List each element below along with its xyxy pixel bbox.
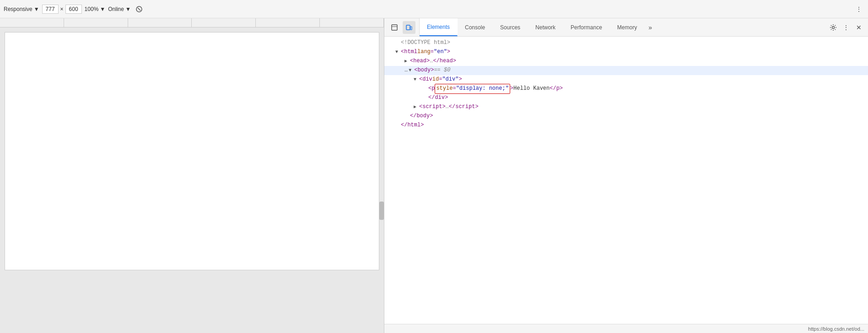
status-url: https://blog.csdn.net/od... [808, 326, 864, 332]
head-tag: <head> [410, 57, 430, 66]
status-bar: https://blog.csdn.net/od... [384, 324, 868, 333]
div-id-attr: id [432, 75, 439, 84]
responsive-dropdown-arrow: ▼ [34, 6, 39, 12]
script-close-tag: </script> [449, 103, 479, 111]
online-select[interactable]: Online ▼ [108, 6, 131, 12]
height-input[interactable]: 600 [65, 5, 82, 14]
body-dots: … [404, 66, 408, 75]
body-equals-dollar: == $0 [434, 66, 450, 75]
div-close-tag: </div> [428, 93, 448, 102]
ruler-mark-2 [64, 18, 128, 27]
viewport-content [5, 32, 379, 270]
toolbar-right: ⋮ [853, 4, 864, 15]
div-tag-bracket: > [458, 75, 462, 84]
top-toolbar: Responsive ▼ 777 × 600 100% ▼ Online ▼ ⋮ [0, 0, 868, 18]
p-tag-bracket: > [510, 84, 513, 93]
script-ellipsis: … [446, 103, 449, 111]
tab-console[interactable]: Console [458, 18, 493, 36]
ruler-top [0, 18, 384, 27]
body-tag: <body> [414, 66, 434, 75]
tab-network[interactable]: Network [528, 18, 563, 36]
svg-rect-2 [392, 25, 397, 30]
html-triangle[interactable] [395, 49, 400, 56]
ruler-mark-3 [128, 18, 192, 27]
no-throttle-icon[interactable] [134, 4, 145, 15]
head-ellipsis: … [430, 57, 433, 66]
ruler-mark-6 [320, 18, 384, 27]
svg-line-1 [138, 8, 140, 11]
viewport-area [0, 27, 384, 333]
div-tag-open: <div [419, 75, 432, 84]
main-layout: Elements Console Sources Network Perform… [0, 18, 868, 333]
online-label: Online [108, 6, 124, 12]
p-close-tag: </p> [550, 84, 563, 93]
responsive-select[interactable]: Responsive ▼ [4, 6, 39, 12]
head-close-tag: </head> [433, 57, 456, 66]
div-close-line[interactable]: </div> [384, 93, 868, 103]
svg-rect-4 [406, 25, 410, 30]
devtools-content: <!DOCTYPE html> <html lang = "en" > <hea… [384, 37, 868, 324]
width-input[interactable]: 777 [42, 5, 59, 14]
ruler-mark-1 [0, 18, 64, 27]
tab-memory[interactable]: Memory [610, 18, 645, 36]
svg-rect-5 [410, 27, 412, 30]
html-lang-attr: lang [417, 48, 431, 56]
html-close-tag: </html> [401, 121, 424, 130]
p-line[interactable]: <p style="display: none;" > Hello Kaven … [384, 84, 868, 93]
body-triangle[interactable] [409, 67, 413, 74]
head-triangle[interactable] [404, 58, 409, 65]
style-attr-value: "display: none;" [456, 85, 509, 92]
html-tag-close-bracket: > [447, 48, 450, 56]
html-tag-open: <html [401, 48, 417, 56]
more-options-icon[interactable]: ⋮ [853, 4, 864, 15]
div-open-line[interactable]: <div id = "div" > [384, 75, 868, 84]
scrollbar-right[interactable] [379, 202, 384, 220]
div-triangle[interactable] [414, 76, 418, 83]
device-mode-icon[interactable] [403, 21, 415, 34]
script-triangle[interactable] [414, 104, 418, 111]
html-close-line[interactable]: </html> [384, 121, 868, 130]
ruler-marks [0, 18, 384, 27]
toolbar-left: Responsive ▼ 777 × 600 100% ▼ Online ▼ [4, 4, 850, 15]
doctype-text: <!DOCTYPE html> [401, 38, 450, 47]
div-id-value: "div" [442, 75, 458, 84]
devtools-tab-list: Elements Console Sources Network Perform… [420, 18, 824, 36]
zoom-label: 100% [85, 6, 99, 12]
dim-separator: × [60, 6, 64, 12]
p-text-content: Hello Kaven [513, 84, 550, 93]
ruler-mark-5 [256, 18, 320, 27]
doctype-line[interactable]: <!DOCTYPE html> [384, 38, 868, 48]
inspect-element-icon[interactable] [388, 21, 401, 34]
devtools-tab-actions: ⋮ ✕ [824, 22, 868, 33]
ruler-mark-4 [192, 18, 256, 27]
browser-panel [0, 18, 384, 333]
style-attr-name: style [436, 85, 453, 92]
tab-sources[interactable]: Sources [493, 18, 528, 36]
settings-icon[interactable] [828, 22, 839, 33]
svg-point-6 [832, 26, 835, 28]
vertical-more-icon[interactable]: ⋮ [841, 22, 852, 33]
close-devtools-icon[interactable]: ✕ [853, 22, 864, 33]
devtools-panel: Elements Console Sources Network Perform… [384, 18, 868, 333]
body-line[interactable]: … <body> == $0 [384, 66, 868, 75]
body-close-tag: </body> [410, 112, 433, 120]
responsive-label: Responsive [4, 6, 32, 12]
head-line[interactable]: <head> … </head> [384, 57, 868, 66]
zoom-select[interactable]: 100% ▼ [85, 6, 106, 12]
zoom-dropdown-arrow: ▼ [100, 6, 105, 12]
online-dropdown-arrow: ▼ [125, 6, 131, 12]
more-tabs-button[interactable]: » [645, 18, 656, 36]
devtools-tab-icons [384, 18, 420, 36]
body-close-line[interactable]: </body> [384, 112, 868, 121]
tab-performance[interactable]: Performance [563, 18, 610, 36]
script-line[interactable]: <script> … </script> [384, 103, 868, 112]
tab-elements[interactable]: Elements [420, 18, 458, 36]
html-lang-value: "en" [434, 48, 447, 56]
script-tag: <script> [419, 103, 446, 111]
width-input-group: 777 × 600 [42, 5, 82, 14]
p-tag-open: <p [428, 84, 435, 93]
style-attribute-highlight: style="display: none;" [435, 84, 510, 93]
devtools-tabs: Elements Console Sources Network Perform… [384, 18, 868, 37]
html-open-line[interactable]: <html lang = "en" > [384, 48, 868, 57]
